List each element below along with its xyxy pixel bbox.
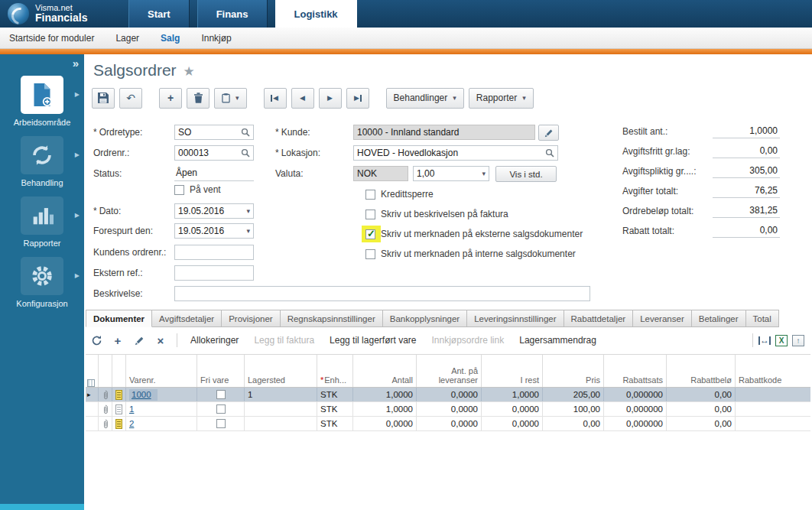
- ekstern-ref-field[interactable]: [174, 265, 254, 281]
- attachment-cell[interactable]: [99, 402, 112, 416]
- rabattbelop-column-header[interactable]: Rabattbelø: [667, 355, 736, 387]
- enhet-cell[interactable]: STK: [317, 402, 353, 416]
- skriv-ut-merknaden-interne-checkbox[interactable]: [365, 249, 375, 259]
- export-to-excel-button[interactable]: X: [775, 335, 788, 346]
- lagersted-cell[interactable]: 1: [245, 388, 317, 401]
- tab-finans[interactable]: Finans: [197, 0, 268, 28]
- varenr-link[interactable]: 1: [129, 404, 134, 414]
- ant-pa-leveranser-cell[interactable]: 0,0000: [417, 417, 482, 430]
- tab-betalinger[interactable]: Betalinger: [692, 310, 746, 327]
- forespurt-den-field[interactable]: 19.05.2016 ▾: [174, 223, 254, 239]
- lagersted-cell[interactable]: [245, 417, 317, 430]
- kunde-field[interactable]: 10000 - Innland standard: [353, 125, 535, 140]
- tab-bankopplysninger[interactable]: Bankopplysninger: [383, 310, 467, 327]
- caret-down-icon[interactable]: ▾: [246, 227, 250, 235]
- ordretype-field[interactable]: SO: [174, 125, 254, 140]
- varenr-column-header[interactable]: Varenr.: [126, 355, 197, 387]
- lookup-magnifier-icon[interactable]: [241, 148, 250, 158]
- dato-field[interactable]: 19.05.2016 ▾: [174, 203, 254, 219]
- undo-button[interactable]: ↶: [119, 88, 142, 109]
- nav-lager[interactable]: Lager: [115, 33, 139, 44]
- varenr-link[interactable]: 1000: [132, 390, 151, 399]
- varenr-cell[interactable]: 1: [126, 402, 197, 416]
- rabattsats-column-header[interactable]: Rabattsats: [604, 355, 667, 387]
- kundens-ordrenr-field[interactable]: [174, 245, 254, 260]
- delete-button[interactable]: [187, 88, 209, 109]
- i-rest-column-header[interactable]: I rest: [482, 355, 543, 387]
- valuta-currency-field[interactable]: NOK: [353, 166, 408, 181]
- lokasjon-field[interactable]: HOVED - Hovedlokasjon: [353, 145, 558, 161]
- fri-vare-checkbox[interactable]: [216, 404, 226, 414]
- sidebar-item-rapporter[interactable]: ▶ Rapporter: [5, 197, 80, 248]
- attachment-cell[interactable]: [99, 417, 112, 430]
- allokeringer-button[interactable]: Allokeringer: [190, 335, 239, 346]
- tab-rabattdetaljer[interactable]: Rabattdetaljer: [564, 310, 634, 327]
- fit-width-button[interactable]: ↔: [758, 335, 771, 346]
- behandlinger-menu-button[interactable]: Behandlinger ▾: [386, 88, 464, 109]
- caret-down-icon[interactable]: ▾: [246, 207, 250, 215]
- fri-vare-checkbox[interactable]: [216, 390, 226, 399]
- rabattbelop-cell[interactable]: 0,00: [667, 388, 736, 401]
- beskrivelse-field[interactable]: [174, 286, 590, 301]
- next-record-button[interactable]: ▶: [319, 88, 342, 109]
- enhet-column-header[interactable]: *Enh...: [317, 355, 353, 387]
- expand-chevrons-icon[interactable]: »: [73, 57, 79, 70]
- add-row-button[interactable]: +: [107, 331, 128, 349]
- rabattbelop-cell[interactable]: 0,00: [667, 417, 736, 430]
- nav-salg[interactable]: Salg: [161, 33, 180, 44]
- edit-row-button[interactable]: [128, 331, 150, 349]
- note-cell[interactable]: [112, 388, 126, 401]
- kredittsperre-checkbox[interactable]: [365, 190, 375, 200]
- i-rest-cell[interactable]: 1,0000: [482, 388, 543, 401]
- rabattkode-column-header[interactable]: Rabattkode: [736, 355, 810, 387]
- tab-dokumenter[interactable]: Dokumenter: [86, 310, 152, 327]
- tab-total[interactable]: Total: [746, 310, 779, 327]
- rapporter-menu-button[interactable]: Rapporter ▾: [469, 88, 534, 109]
- previous-record-button[interactable]: ◀: [291, 88, 314, 109]
- varenr-cell[interactable]: 1000: [126, 388, 197, 401]
- sidebar-item-konfigurasjon[interactable]: ▶ Konfigurasjon: [5, 257, 80, 308]
- antall-column-header[interactable]: Antall: [353, 355, 417, 387]
- tab-avgiftsdetaljer[interactable]: Avgiftsdetaljer: [152, 310, 222, 327]
- lookup-magnifier-icon[interactable]: [545, 148, 554, 158]
- antall-cell[interactable]: 0,0000: [353, 417, 417, 430]
- tab-provisjoner[interactable]: Provisjoner: [222, 310, 281, 327]
- varenr-cell[interactable]: 2: [126, 417, 197, 430]
- i-rest-cell[interactable]: 0,0000: [482, 417, 543, 430]
- nav-innkjop[interactable]: Innkjøp: [201, 33, 231, 44]
- lagersammendrag-button[interactable]: Lagersammendrag: [519, 335, 596, 346]
- pris-cell[interactable]: 100,00: [543, 402, 604, 416]
- sidebar-item-behandling[interactable]: ▶ Behandling: [5, 136, 80, 187]
- antall-cell[interactable]: 1,0000: [353, 388, 417, 401]
- upload-button[interactable]: ↑: [792, 335, 804, 346]
- tab-leveringsinnstillinger[interactable]: Leveringsinnstillinger: [467, 310, 564, 327]
- save-button[interactable]: [92, 88, 115, 109]
- ant-pa-leveranser-cell[interactable]: 0,0000: [417, 402, 482, 416]
- lagersted-cell[interactable]: [245, 402, 317, 416]
- valuta-rate-combo[interactable]: 1,00 ▾: [413, 166, 489, 181]
- delete-row-button[interactable]: ×: [150, 331, 171, 349]
- rabattsats-cell[interactable]: 0,000000: [604, 388, 667, 401]
- skriv-ut-beskrivelsen-checkbox[interactable]: [365, 210, 375, 219]
- tab-regnskapsinnstillinger[interactable]: Regnskapsinnstillinger: [281, 310, 383, 327]
- rabattsats-cell[interactable]: 0,000000: [604, 417, 667, 430]
- ordrenr-field[interactable]: 000013: [174, 145, 254, 161]
- note-cell[interactable]: [112, 417, 126, 430]
- pris-cell[interactable]: 0,00: [543, 417, 604, 430]
- skriv-ut-merknaden-eksterne-checkbox[interactable]: [365, 229, 375, 239]
- nav-startside-for-moduler[interactable]: Startside for moduler: [9, 33, 94, 44]
- pris-cell[interactable]: 205,00: [543, 388, 604, 401]
- first-record-button[interactable]: ◀: [264, 88, 287, 109]
- antall-cell[interactable]: 1,0000: [353, 402, 417, 416]
- rabattsats-cell[interactable]: 0,000000: [604, 402, 667, 416]
- ant-pa-leveranser-column-header[interactable]: Ant. på leveranser: [417, 355, 482, 387]
- i-rest-cell[interactable]: 0,0000: [482, 402, 543, 416]
- fri-vare-checkbox[interactable]: [216, 419, 226, 428]
- edit-kunde-button[interactable]: [538, 125, 559, 141]
- legg-til-lagerfort-vare-button[interactable]: Legg til lagerført vare: [330, 335, 416, 346]
- attachment-cell[interactable]: [99, 388, 112, 401]
- tab-logistikk[interactable]: Logistikk: [275, 0, 357, 28]
- clipboard-menu-button[interactable]: ▾: [214, 88, 247, 109]
- rabattbelop-cell[interactable]: 0,00: [667, 402, 736, 416]
- caret-down-icon[interactable]: ▾: [482, 170, 486, 177]
